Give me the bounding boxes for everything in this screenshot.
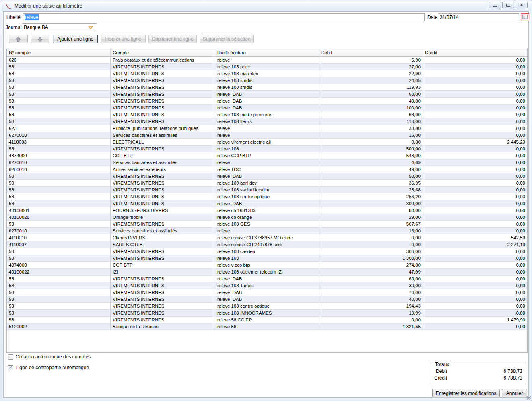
cell-credit[interactable]: 0,00 (423, 282, 527, 289)
table-row[interactable]: 4110003ELECTRICALLreleve virement electr… (7, 139, 527, 146)
table-row[interactable]: 58VIREMENTS INTERNESreleve 108 INNOGRAME… (7, 310, 527, 317)
cell-account[interactable]: 58 (7, 173, 111, 179)
cell-entry-label[interactable]: releve remise CH 3738957 MO carre (215, 234, 319, 241)
cell-debit[interactable]: 4,69 (319, 159, 423, 166)
cell-debit[interactable]: 38,80 (319, 125, 423, 132)
cell-debit[interactable]: 548,00 (319, 152, 423, 159)
table-row[interactable]: 58VIREMENTS INTERNESreleve DAB40,000,00 (7, 296, 527, 303)
cell-account-name[interactable]: VIREMENTS INTERNES (111, 84, 215, 90)
cell-entry-label[interactable]: releve 108 sselurl lecaline (215, 187, 319, 193)
cell-account-name[interactable]: VIREMENTS INTERNES (111, 111, 215, 118)
table-row[interactable]: 58VIREMENTS INTERNESreleve 108 poter27,0… (7, 64, 527, 70)
cell-account[interactable]: 4374000 (7, 152, 111, 159)
cell-debit[interactable]: 300,00 (319, 248, 423, 255)
cell-debit[interactable]: 50,00 (319, 91, 423, 97)
cell-credit[interactable]: 0,00 (423, 248, 527, 255)
cell-entry-label[interactable]: releve DAB (215, 98, 319, 104)
cell-account-name[interactable]: VIREMENTS INTERNES (111, 255, 215, 261)
column-header-debit[interactable]: Débit (319, 49, 423, 56)
cell-account[interactable]: 6270010 (7, 159, 111, 166)
cell-credit[interactable]: 0,00 (423, 262, 527, 268)
cell-account-name[interactable]: VIREMENTS INTERNES (111, 276, 215, 282)
table-row[interactable]: 40100025Orange mobilereleve cb orange29,… (7, 214, 527, 221)
cell-debit[interactable]: 30,00 (319, 282, 423, 289)
table-row[interactable]: 4110010Clients DIVERSreleve remise CH 37… (7, 234, 527, 241)
cell-account[interactable]: 58 (7, 187, 111, 193)
cell-account[interactable]: 623 (7, 125, 111, 132)
cell-account-name[interactable]: Services bancaires et assimilés (111, 132, 215, 138)
cell-entry-label[interactable]: releve (215, 132, 319, 138)
table-row[interactable]: 58VIREMENTS INTERNESreleve 108 mode prem… (7, 111, 527, 118)
table-row[interactable]: 58VIREMENTS INTERNESreleve 108 fleurs110… (7, 118, 527, 125)
cell-account-name[interactable]: VIREMENTS INTERNES (111, 70, 215, 77)
cell-entry-label[interactable]: releve DAB (215, 200, 319, 207)
cell-account-name[interactable]: VIREMENTS INTERNES (111, 289, 215, 296)
cell-account[interactable]: 58 (7, 105, 111, 111)
table-row[interactable]: 626Frais postaux et de télécommunication… (7, 57, 527, 64)
cell-debit[interactable]: 27,00 (319, 64, 423, 70)
cell-account-name[interactable]: VIREMENTS INTERNES (111, 146, 215, 152)
cell-debit[interactable]: 40,00 (319, 296, 423, 302)
cell-account[interactable]: 58 (7, 118, 111, 125)
table-row[interactable]: 58VIREMENTS INTERNESreleve 108 Tamoil30,… (7, 282, 527, 289)
save-button[interactable]: Enregistrer les modifications (432, 389, 500, 397)
cell-credit[interactable]: 0,00 (423, 166, 527, 173)
cell-debit[interactable]: 5,90 (319, 57, 423, 63)
cell-entry-label[interactable]: releve 108 mode premiere (215, 111, 319, 118)
cell-account-name[interactable]: Banque de la Réunion (111, 323, 215, 330)
cell-credit[interactable]: 0,00 (423, 228, 527, 234)
calendar-button[interactable] (521, 13, 529, 21)
table-row[interactable]: 40100001FOURNISSEURS DIVERSreleve ch 163… (7, 207, 527, 214)
cell-entry-label[interactable]: releve 108 centre optique (215, 193, 319, 200)
cell-debit[interactable]: 80,00 (319, 207, 423, 214)
cell-account[interactable]: 40100025 (7, 214, 111, 220)
date-input[interactable]: 31/07/14 (438, 13, 519, 21)
table-row[interactable]: 58VIREMENTS INTERNESreleve 108500,000,00 (7, 146, 527, 152)
cell-credit[interactable]: 0,00 (423, 64, 527, 70)
cell-credit[interactable]: 0,00 (423, 296, 527, 302)
cell-account-name[interactable]: Services bancaires et assimilés (111, 228, 215, 234)
cell-entry-label[interactable]: releve 108 outremer telecom IZI (215, 269, 319, 275)
cell-entry-label[interactable]: releve 108 mauritex (215, 70, 319, 77)
cell-entry-label[interactable]: releve 108 agri dev (215, 180, 319, 186)
cell-entry-label[interactable]: releve (215, 228, 319, 234)
insert-line-button[interactable]: Insérer une ligne (101, 35, 146, 43)
cell-debit[interactable]: 63,00 (319, 111, 423, 118)
cell-account-name[interactable]: VIREMENTS INTERNES (111, 303, 215, 309)
cell-debit[interactable]: 0,00 (319, 234, 423, 241)
cell-account[interactable]: 4110007 (7, 241, 111, 248)
cell-entry-label[interactable]: releve virement electric all (215, 139, 319, 145)
cell-debit[interactable]: 100,00 (319, 105, 423, 111)
cell-debit[interactable]: 194,43 (319, 303, 423, 309)
cell-credit[interactable]: 0,00 (423, 152, 527, 159)
cell-account-name[interactable]: VIREMENTS INTERNES (111, 91, 215, 97)
cell-account-name[interactable]: VIREMENTS INTERNES (111, 317, 215, 323)
table-row[interactable]: 6270010Services bancaires et assimilésre… (7, 132, 527, 139)
cell-debit[interactable]: 0,00 (319, 241, 423, 248)
table-row[interactable]: 5120002Banque de la Réunionreleve 581 32… (7, 323, 527, 330)
resize-grip[interactable] (527, 396, 531, 400)
cell-credit[interactable]: 0,00 (423, 132, 527, 138)
cell-credit[interactable]: 0,00 (423, 146, 527, 152)
cell-account[interactable]: 626 (7, 57, 111, 63)
cell-debit[interactable]: 16,00 (319, 132, 423, 138)
cell-account[interactable]: 58 (7, 276, 111, 282)
cell-debit[interactable]: 49,00 (319, 166, 423, 173)
table-row[interactable]: 58VIREMENTS INTERNESreleve DAB40,000,00 (7, 98, 527, 105)
cell-account-name[interactable]: Clients DIVERS (111, 234, 215, 241)
column-header-account[interactable]: N° compte (7, 49, 111, 56)
cell-account-name[interactable]: VIREMENTS INTERNES (111, 173, 215, 179)
cell-account[interactable]: 6270010 (7, 132, 111, 138)
table-row[interactable]: 58VIREMENTS INTERNESreleve 108 centre op… (7, 193, 527, 200)
table-row[interactable]: 58VIREMENTS INTERNESreleve 108 centre op… (7, 303, 527, 310)
cancel-button[interactable]: Annuler (502, 389, 527, 397)
cell-debit[interactable]: 1 321,55 (319, 323, 423, 330)
table-row[interactable]: 58VIREMENTS INTERNESreleve DAB300,000,00 (7, 200, 527, 207)
titlebar[interactable]: Modifier une saisie au kilomètre ✕ (1, 1, 531, 11)
cell-account[interactable]: 58 (7, 84, 111, 90)
cell-credit[interactable]: 0,00 (423, 276, 527, 282)
cell-account-name[interactable]: Autres services extérieurs (111, 166, 215, 173)
cell-account-name[interactable]: VIREMENTS INTERNES (111, 200, 215, 207)
cell-debit[interactable]: 300,00 (319, 200, 423, 207)
cell-entry-label[interactable]: releve 108 casden (215, 248, 319, 255)
